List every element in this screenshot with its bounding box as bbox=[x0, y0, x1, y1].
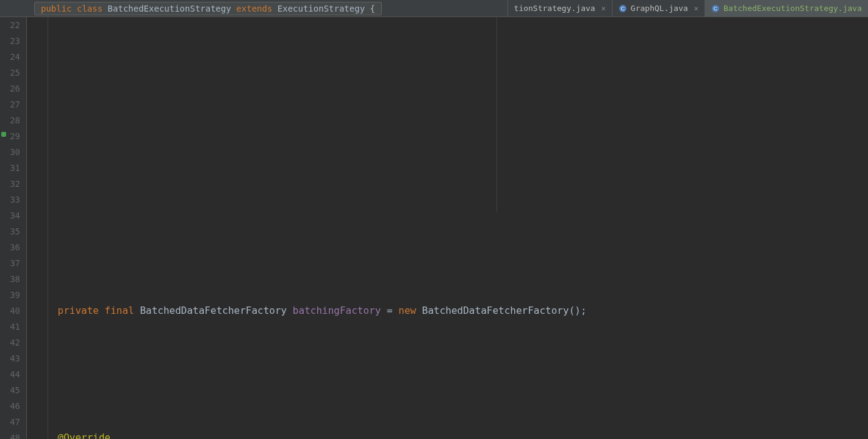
line-number[interactable]: 43 bbox=[0, 350, 20, 366]
breadcrumb-kw: public bbox=[41, 4, 72, 13]
line-number[interactable]: 25 bbox=[0, 65, 20, 81]
line-number[interactable]: 46 bbox=[0, 398, 20, 414]
line-number[interactable]: 22 bbox=[0, 17, 20, 33]
line-number[interactable]: 40 bbox=[0, 303, 20, 319]
class-icon: C bbox=[619, 4, 627, 13]
code-area[interactable]: private final BatchedDataFetcherFactory … bbox=[27, 17, 868, 439]
line-number[interactable]: 32 bbox=[0, 176, 20, 192]
line-number[interactable]: 47 bbox=[0, 414, 20, 430]
tab-batched-execution-strategy[interactable]: C BatchedExecutionStrategy.java bbox=[705, 0, 868, 16]
override-gutter-icon[interactable] bbox=[1, 132, 6, 137]
editor-container: public class BatchedExecutionStrategy ex… bbox=[0, 0, 868, 439]
line-number[interactable]: 48 bbox=[0, 430, 20, 439]
tab-label: GraphQL.java bbox=[631, 4, 688, 13]
close-icon[interactable]: × bbox=[694, 4, 698, 13]
line-number[interactable]: 38 bbox=[0, 271, 20, 287]
line-number[interactable]: 33 bbox=[0, 192, 20, 208]
indent-guide bbox=[497, 17, 497, 212]
code-line bbox=[34, 239, 868, 255]
breadcrumb[interactable]: public class BatchedExecutionStrategy ex… bbox=[34, 2, 382, 15]
tabs-bar: public class BatchedExecutionStrategy ex… bbox=[0, 0, 868, 17]
line-number[interactable]: 45 bbox=[0, 382, 20, 398]
breadcrumb-extends: extends bbox=[236, 4, 272, 13]
line-number[interactable]: 35 bbox=[0, 223, 20, 239]
close-icon[interactable]: × bbox=[601, 4, 606, 13]
line-number[interactable]: 39 bbox=[0, 287, 20, 303]
tab-label: BatchedExecutionStrategy.java bbox=[723, 4, 862, 13]
line-number[interactable]: 31 bbox=[0, 160, 20, 176]
code-line bbox=[34, 366, 868, 382]
line-number[interactable]: 30 bbox=[0, 144, 20, 160]
gutter[interactable]: 22 23 24 25 26 27 28 29 30 31 32 33 34 3… bbox=[0, 17, 27, 439]
code-line: private final BatchedDataFetcherFactory … bbox=[34, 303, 868, 319]
code-line bbox=[34, 144, 868, 160]
tab-execution-strategy[interactable]: tionStrategy.java × bbox=[508, 0, 612, 16]
line-number[interactable]: 41 bbox=[0, 319, 20, 335]
line-number[interactable]: 34 bbox=[0, 208, 20, 223]
svg-text:C: C bbox=[621, 5, 625, 12]
line-number[interactable]: 37 bbox=[0, 255, 20, 271]
tab-graphql[interactable]: C GraphQL.java × bbox=[612, 0, 705, 16]
override-annotation: @Override bbox=[58, 432, 111, 439]
line-number[interactable]: 23 bbox=[0, 33, 20, 49]
tabs-right: tionStrategy.java × C GraphQL.java × C B… bbox=[508, 0, 868, 16]
line-number[interactable]: 27 bbox=[0, 96, 20, 112]
tab-label: tionStrategy.java bbox=[514, 4, 595, 13]
editor-body: 22 23 24 25 26 27 28 29 30 31 32 33 34 3… bbox=[0, 17, 868, 439]
code-line bbox=[34, 96, 868, 112]
class-icon: C bbox=[711, 4, 720, 13]
line-number[interactable]: 42 bbox=[0, 335, 20, 350]
line-number[interactable]: 26 bbox=[0, 81, 20, 96]
line-number[interactable]: 44 bbox=[0, 366, 20, 382]
line-number[interactable]: 36 bbox=[0, 239, 20, 255]
svg-text:C: C bbox=[714, 5, 718, 12]
breadcrumb-super: ExecutionStrategy bbox=[278, 4, 365, 13]
code-line bbox=[34, 192, 868, 208]
line-number[interactable]: 28 bbox=[0, 112, 20, 128]
line-number[interactable]: 24 bbox=[0, 49, 20, 65]
code-line: @Override bbox=[34, 430, 868, 439]
